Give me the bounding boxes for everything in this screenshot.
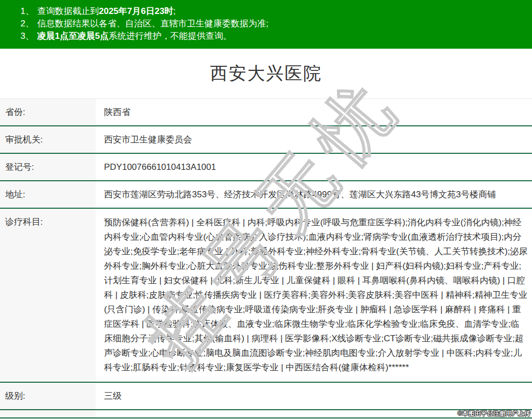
row-value: 西安市卫生健康委员会 [96,126,532,153]
row-label: 地址: [0,181,96,208]
notice-line-3: 3、 凌晨1点至凌晨5点系统进行维护，不能提供查询。 [20,30,522,42]
hospital-name-title: 西安大兴医院 [210,62,322,85]
table-row-medical-subjects: 诊疗科目: 预防保健科(含营养科) | 全科医疗科 | 内科;呼吸内科专业(呼吸… [0,209,532,383]
hospital-info-page: 1、 查询数据截止到2025年7月6日23时; 2、 信息数据结果以各省、自治区… [0,0,532,419]
notice-number: 2、 [20,18,37,30]
notice-line-2: 2、 信息数据结果以各省、自治区、直辖市卫生健康委数据为准; [20,18,522,30]
row-value [96,410,532,417]
row-value: 西安市莲湖区劳动北路353号、经济技术开发区尚林路4999号、莲湖区大兴东路43… [96,181,532,208]
notice-text: 查询数据截止到2025年7月6日23时; [37,5,175,18]
row-label: 省份: [0,99,96,125]
hospital-info-table: 省份: 陕西省 审批机关: 西安市卫生健康委员会 登记号: PDY1007666… [0,98,532,418]
table-row-level: 级别: 三级 [0,383,532,410]
table-row-approval-authority: 审批机关: 西安市卫生健康委员会 [0,126,532,154]
row-label: 审批机关: [0,126,96,153]
row-label [0,410,96,417]
row-label: 诊疗科目: [0,209,96,382]
row-label: 级别: [0,383,96,409]
row-label: 登记号: [0,154,96,180]
notice-banner: 1、 查询数据截止到2025年7月6日23时; 2、 信息数据结果以各省、自治区… [0,0,532,49]
notice-number: 3、 [20,30,37,42]
row-value: PDY10076661010413A1001 [96,154,532,180]
title-area: 西安大兴医院 [0,49,532,98]
table-row-empty [0,410,532,418]
notice-text: 信息数据结果以各省、自治区、直辖市卫生健康委数据为准; [37,18,269,30]
notice-number: 1、 [20,5,37,18]
row-value: 预防保健科(含营养科) | 全科医疗科 | 内科;呼吸内科专业(呼吸与危重症医学… [96,209,532,382]
notice-line-1: 1、 查询数据截止到2025年7月6日23时; [20,5,522,18]
table-row-province: 省份: 陕西省 [0,99,532,126]
row-value: 三级 [96,383,532,409]
notice-text: 凌晨1点至凌晨5点系统进行维护，不能提供查询。 [37,30,232,42]
row-value: 陕西省 [96,99,532,125]
table-row-registration-number: 登记号: PDY10076661010413A1001 [0,154,532,181]
table-row-address: 地址: 西安市莲湖区劳动北路353号、经济技术开发区尚林路4999号、莲湖区大兴… [0,181,532,209]
